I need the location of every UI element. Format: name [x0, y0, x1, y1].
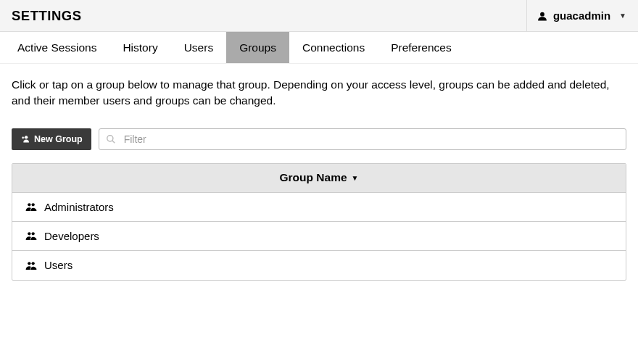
filter-input[interactable]: [99, 128, 626, 150]
tab-active-sessions[interactable]: Active Sessions: [4, 32, 109, 63]
svg-point-4: [28, 204, 30, 207]
user-icon: [537, 11, 547, 21]
group-icon: [25, 202, 37, 212]
svg-point-6: [28, 233, 30, 236]
table-row[interactable]: Developers: [12, 222, 626, 251]
page-description: Click or tap on a group below to manage …: [12, 77, 626, 109]
group-icon: [25, 231, 37, 241]
user-menu[interactable]: guacadmin ▼: [526, 0, 638, 31]
toolbar: New Group: [12, 128, 626, 150]
header-bar: SETTINGS guacadmin ▼: [0, 0, 638, 32]
filter-wrap: [99, 128, 626, 150]
svg-line-3: [112, 141, 115, 144]
column-header-group-name[interactable]: Group Name ▼: [12, 164, 626, 193]
new-group-button[interactable]: New Group: [12, 128, 91, 150]
svg-point-1: [25, 136, 28, 139]
table-row[interactable]: Users: [12, 251, 626, 280]
tab-groups[interactable]: Groups: [226, 32, 289, 63]
svg-point-2: [107, 136, 112, 141]
settings-tabs: Active SessionsHistoryUsersGroupsConnect…: [0, 32, 638, 64]
content-area: Click or tap on a group below to manage …: [0, 64, 638, 294]
tab-preferences[interactable]: Preferences: [378, 32, 465, 63]
table-row[interactable]: Administrators: [12, 193, 626, 222]
tab-history[interactable]: History: [109, 32, 170, 63]
svg-point-0: [540, 12, 544, 16]
column-header-label: Group Name: [280, 171, 347, 184]
chevron-down-icon: ▼: [619, 12, 626, 20]
svg-point-7: [32, 233, 35, 236]
search-icon: [106, 134, 116, 144]
group-name-label: Users: [44, 259, 72, 271]
add-group-icon: [20, 134, 30, 144]
group-name-label: Administrators: [44, 201, 114, 213]
groups-table: Group Name ▼ AdministratorsDevelopersUse…: [12, 163, 626, 281]
group-icon: [25, 260, 37, 270]
new-group-label: New Group: [34, 134, 83, 144]
sort-desc-icon: ▼: [352, 174, 359, 182]
svg-point-5: [32, 204, 35, 207]
svg-point-8: [28, 262, 30, 265]
tab-users[interactable]: Users: [171, 32, 226, 63]
page-title: SETTINGS: [0, 8, 82, 24]
username-label: guacadmin: [553, 9, 610, 22]
svg-point-9: [32, 262, 35, 265]
group-name-label: Developers: [44, 230, 99, 242]
tab-connections[interactable]: Connections: [289, 32, 378, 63]
